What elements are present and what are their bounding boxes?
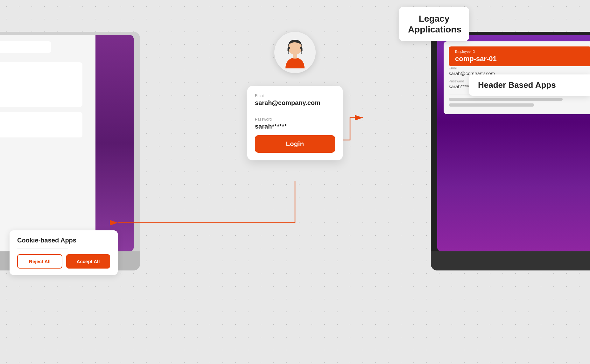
header-based-apps-title: Header Based Apps <box>478 80 581 90</box>
right-decorative-bars <box>449 94 590 107</box>
user-avatar-svg <box>279 37 311 68</box>
user-avatar-circle <box>274 32 316 73</box>
left-laptop-nav-bar <box>0 41 51 53</box>
login-email-label: Email <box>255 94 335 98</box>
cookie-based-apps-card: Cookie-based Apps Reject All Accept All <box>10 230 118 275</box>
right-bar-2 <box>449 103 534 107</box>
login-divider-1 <box>255 112 335 112</box>
legacy-applications-title: Legacy Applications <box>408 13 460 35</box>
employee-id-label: Employee ID <box>455 50 585 53</box>
login-password-value: sarah****** <box>255 123 335 130</box>
cookie-card-title: Cookie-based Apps <box>17 237 110 244</box>
right-email-label: Email <box>449 66 590 70</box>
header-based-apps-tooltip: Header Based Apps <box>469 74 590 96</box>
left-laptop-screen <box>0 35 134 251</box>
login-button[interactable]: Login <box>255 135 335 153</box>
right-laptop-screen: Employee ID comp-sar-01 Email sarah@comp… <box>437 35 590 251</box>
left-laptop-content <box>0 41 92 143</box>
cookie-card-buttons: Reject All Accept All <box>17 254 110 269</box>
right-laptop: Employee ID comp-sar-01 Email sarah@comp… <box>431 32 590 270</box>
reject-all-button[interactable]: Reject All <box>17 254 62 269</box>
right-bar-1 <box>449 98 563 101</box>
login-card: Email sarah@company.com Password sarah**… <box>247 86 343 160</box>
left-laptop-content-block-1 <box>0 62 82 107</box>
svg-rect-1 <box>293 54 297 59</box>
accept-all-button[interactable]: Accept All <box>66 254 110 269</box>
legacy-applications-tooltip: Legacy Applications <box>399 7 469 41</box>
employee-id-value: comp-sar-01 <box>455 55 585 63</box>
cookie-card-divider <box>17 248 68 249</box>
user-avatar-container <box>274 32 316 73</box>
left-laptop-content-block-2 <box>0 112 82 137</box>
left-laptop-purple-sidebar <box>95 35 134 251</box>
employee-id-badge: Employee ID comp-sar-01 <box>449 46 590 66</box>
login-password-label: Password <box>255 117 335 122</box>
right-laptop-base <box>431 251 590 270</box>
login-email-value: sarah@company.com <box>255 99 335 107</box>
